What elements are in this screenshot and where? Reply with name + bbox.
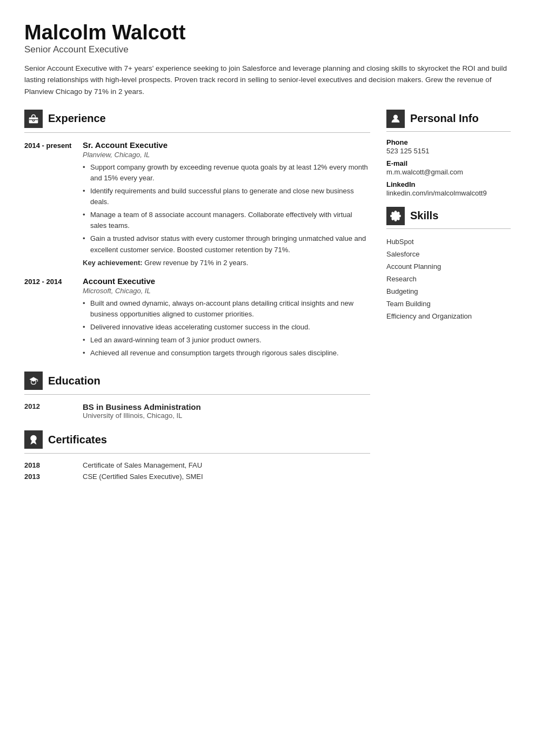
experience-section: Experience 2014 - present Sr. Account Ex… <box>24 110 370 361</box>
exp-bullet-1-1: Support company growth by exceeding reve… <box>83 162 370 184</box>
education-header: Education <box>24 372 370 390</box>
exp-company-1: Planview, Chicago, IL <box>83 151 370 159</box>
cert-name-2: CSE (Certified Sales Executive), SMEI <box>83 473 203 481</box>
svg-point-3 <box>31 436 36 441</box>
certificates-header: Certificates <box>24 430 370 449</box>
exp-bullet-2-1: Built and owned dynamic, always on-accou… <box>83 298 370 320</box>
cert-entry-1: 2018 Certificate of Sales Management, FA… <box>24 461 370 469</box>
edu-school-1: University of Illinois, Chicago, IL <box>83 411 201 420</box>
exp-bullets-1: Support company growth by exceeding reve… <box>83 162 370 255</box>
svg-point-4 <box>394 115 398 119</box>
resume-header: Malcolm Walcott Senior Account Executive… <box>24 22 511 98</box>
exp-date-1: 2014 - present <box>24 140 73 267</box>
exp-date-2: 2012 - 2014 <box>24 276 73 361</box>
skill-3: Account Planning <box>386 260 511 273</box>
skills-divider <box>386 228 511 229</box>
exp-content-2: Account Executive Microsoft, Chicago, IL… <box>83 276 370 361</box>
key-achievement-1: Key achievement: Grew revenue by 71% in … <box>83 259 370 267</box>
edu-content-1: BS in Business Administration University… <box>83 402 201 420</box>
exp-bullet-1-3: Manage a team of 8 associate account man… <box>83 210 370 231</box>
personal-info-icon <box>386 110 405 128</box>
candidate-name: Malcolm Walcott <box>24 22 511 44</box>
skill-5: Budgeting <box>386 285 511 298</box>
skills-section: Skills HubSpot Salesforce Account Planni… <box>386 207 511 322</box>
exp-bullets-2: Built and owned dynamic, always on-accou… <box>83 298 370 359</box>
education-entry-1: 2012 BS in Business Administration Unive… <box>24 402 370 420</box>
exp-job-title-2: Account Executive <box>83 276 370 286</box>
exp-company-2: Microsoft, Chicago, IL <box>83 287 370 295</box>
skill-6: Team Building <box>386 298 511 310</box>
skill-1: HubSpot <box>386 235 511 248</box>
svg-rect-0 <box>29 117 38 123</box>
left-column: Experience 2014 - present Sr. Account Ex… <box>24 110 370 492</box>
education-section: Education 2012 BS in Business Administra… <box>24 372 370 420</box>
edu-degree-1: BS in Business Administration <box>83 402 201 411</box>
certificates-title: Certificates <box>48 434 107 446</box>
linkedin-value: linkedin.com/in/malcolmwalcott9 <box>386 189 511 197</box>
linkedin-label: LinkedIn <box>386 180 511 188</box>
exp-bullet-2-3: Led an award-winning team of 3 junior pr… <box>83 335 370 346</box>
experience-entry-1: 2014 - present Sr. Account Executive Pla… <box>24 140 370 267</box>
education-icon <box>24 372 43 390</box>
edu-year-1: 2012 <box>24 402 73 420</box>
cert-year-2: 2013 <box>24 473 73 481</box>
personal-info-section: Personal Info Phone 523 125 5151 E-mail … <box>386 110 511 197</box>
skills-icon <box>386 207 405 225</box>
experience-entry-2: 2012 - 2014 Account Executive Microsoft,… <box>24 276 370 361</box>
cert-entry-2: 2013 CSE (Certified Sales Executive), SM… <box>24 473 370 481</box>
email-value: m.m.walcott@gmail.com <box>386 168 511 176</box>
experience-divider <box>24 132 370 133</box>
experience-title: Experience <box>48 112 106 125</box>
skill-2: Salesforce <box>386 248 511 260</box>
personal-info-title: Personal Info <box>410 112 479 125</box>
personal-info-divider <box>386 131 511 132</box>
certificates-icon <box>24 430 43 449</box>
candidate-summary: Senior Account Executive with 7+ years' … <box>24 63 511 98</box>
education-divider <box>24 394 370 395</box>
right-column: Personal Info Phone 523 125 5151 E-mail … <box>386 110 511 492</box>
exp-bullet-1-2: Identify requirements and build successf… <box>83 186 370 207</box>
education-title: Education <box>48 375 101 387</box>
certificates-divider <box>24 453 370 454</box>
personal-info-header: Personal Info <box>386 110 511 128</box>
phone-value: 523 125 5151 <box>386 147 511 155</box>
certificates-section: Certificates 2018 Certificate of Sales M… <box>24 430 370 481</box>
phone-label: Phone <box>386 138 511 146</box>
exp-job-title-1: Sr. Account Executive <box>83 140 370 150</box>
candidate-title: Senior Account Executive <box>24 44 511 55</box>
experience-header: Experience <box>24 110 370 128</box>
cert-name-1: Certificate of Sales Management, FAU <box>83 461 202 469</box>
experience-icon <box>24 110 43 128</box>
email-label: E-mail <box>386 159 511 167</box>
main-layout: Experience 2014 - present Sr. Account Ex… <box>24 110 511 492</box>
exp-bullet-2-4: Achieved all revenue and consumption tar… <box>83 348 370 359</box>
skills-title: Skills <box>410 210 438 222</box>
exp-content-1: Sr. Account Executive Planview, Chicago,… <box>83 140 370 267</box>
exp-bullet-1-4: Gain a trusted advisor status with every… <box>83 233 370 255</box>
cert-year-1: 2018 <box>24 461 73 469</box>
skill-4: Research <box>386 273 511 285</box>
skill-7: Efficiency and Organization <box>386 310 511 322</box>
exp-bullet-2-2: Delivered innovative ideas accelerating … <box>83 322 370 333</box>
skills-header: Skills <box>386 207 511 225</box>
